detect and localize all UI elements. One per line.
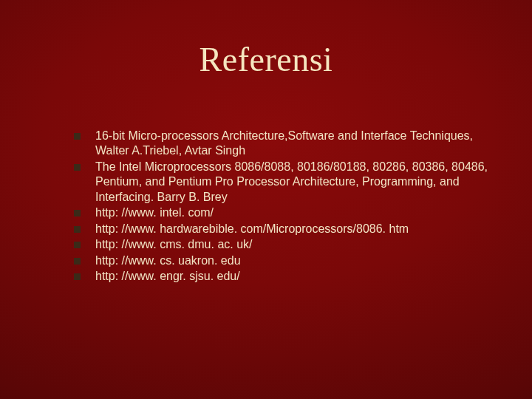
list-item-text: 16-bit Micro-processors Architecture,Sof…	[95, 129, 502, 159]
list-item-text: http: //www. hardwarebible. com/Micropro…	[95, 222, 502, 236]
square-bullet-icon	[74, 242, 81, 248]
list-item-text: http: //www. engr. sjsu. edu/	[95, 269, 502, 284]
list-item-text: The Intel Microprocessors 8086/8088, 801…	[95, 160, 502, 205]
list-item: http: //www. intel. com/	[74, 205, 502, 220]
list-item: 16-bit Micro-processors Architecture,Sof…	[74, 129, 502, 159]
square-bullet-icon	[74, 164, 81, 171]
square-bullet-icon	[74, 133, 81, 140]
list-item: http: //www. hardwarebible. com/Micropro…	[74, 222, 502, 236]
list-item-text: http: //www. intel. com/	[95, 205, 502, 220]
list-item: http: //www. cs. uakron. edu	[74, 253, 502, 268]
page-title: Referensi	[0, 0, 532, 79]
reference-list: 16-bit Micro-processors Architecture,Sof…	[74, 129, 502, 285]
list-item: http: //www. cms. dmu. ac. uk/	[74, 237, 502, 252]
slide: Referensi 16-bit Micro-processors Archit…	[0, 0, 532, 399]
square-bullet-icon	[74, 226, 81, 233]
list-item-text: http: //www. cs. uakron. edu	[95, 253, 502, 268]
square-bullet-icon	[74, 210, 81, 216]
square-bullet-icon	[74, 273, 81, 280]
list-item: http: //www. engr. sjsu. edu/	[74, 269, 502, 284]
square-bullet-icon	[74, 258, 81, 265]
list-item: The Intel Microprocessors 8086/8088, 801…	[74, 160, 502, 205]
list-item-text: http: //www. cms. dmu. ac. uk/	[95, 237, 502, 252]
